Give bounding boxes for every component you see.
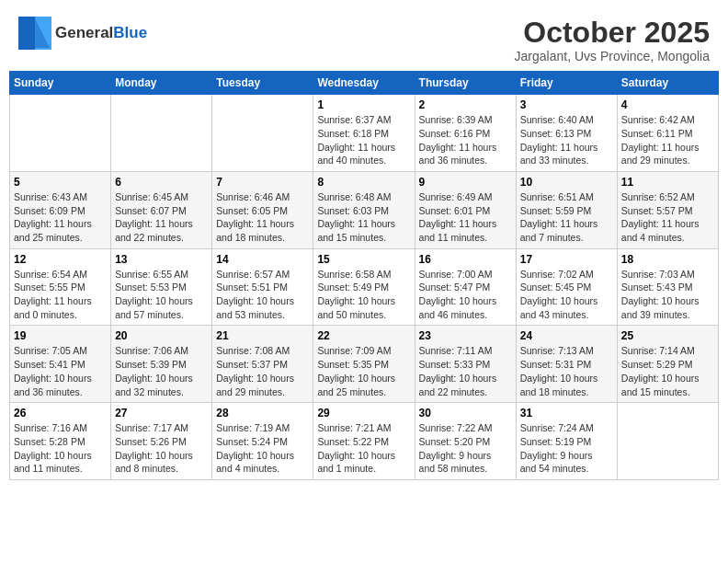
calendar-cell: 25Sunrise: 7:14 AM Sunset: 5:29 PM Dayli…: [617, 326, 718, 403]
day-info: Sunrise: 7:03 AM Sunset: 5:43 PM Dayligh…: [621, 268, 714, 322]
day-number: 23: [419, 329, 512, 342]
day-number: 17: [520, 253, 613, 266]
title-section: October 2025 Jargalant, Uvs Province, Mo…: [515, 17, 710, 63]
day-info: Sunrise: 6:42 AM Sunset: 6:11 PM Dayligh…: [621, 113, 714, 167]
day-info: Sunrise: 6:58 AM Sunset: 5:49 PM Dayligh…: [317, 268, 410, 322]
day-number: 9: [419, 176, 512, 189]
day-info: Sunrise: 7:16 AM Sunset: 5:28 PM Dayligh…: [14, 421, 107, 476]
day-info: Sunrise: 6:46 AM Sunset: 6:05 PM Dayligh…: [216, 190, 309, 245]
calendar-cell: 19Sunrise: 7:05 AM Sunset: 5:41 PM Dayli…: [10, 326, 111, 403]
day-info: Sunrise: 6:51 AM Sunset: 5:59 PM Dayligh…: [520, 190, 613, 245]
day-number: 4: [621, 98, 714, 111]
calendar-cell: 30Sunrise: 7:22 AM Sunset: 5:20 PM Dayli…: [415, 403, 516, 480]
location-title: Jargalant, Uvs Province, Mongolia: [515, 49, 710, 63]
day-info: Sunrise: 6:49 AM Sunset: 6:01 PM Dayligh…: [419, 190, 512, 245]
day-info: Sunrise: 7:11 AM Sunset: 5:33 PM Dayligh…: [419, 344, 512, 398]
day-info: Sunrise: 6:43 AM Sunset: 6:09 PM Dayligh…: [14, 190, 107, 245]
logo: GeneralBlue: [18, 17, 147, 50]
day-number: 15: [317, 253, 410, 266]
calendar-cell: [617, 403, 718, 480]
calendar-cell: [10, 95, 111, 172]
day-info: Sunrise: 7:06 AM Sunset: 5:39 PM Dayligh…: [115, 344, 208, 398]
header: GeneralBlue October 2025 Jargalant, Uvs …: [9, 9, 719, 67]
day-number: 31: [520, 407, 613, 419]
day-number: 14: [216, 253, 309, 266]
calendar-cell: 17Sunrise: 7:02 AM Sunset: 5:45 PM Dayli…: [516, 248, 617, 326]
day-number: 11: [621, 176, 714, 189]
calendar-cell: 13Sunrise: 6:55 AM Sunset: 5:53 PM Dayli…: [111, 248, 212, 326]
day-info: Sunrise: 7:05 AM Sunset: 5:41 PM Dayligh…: [14, 344, 107, 398]
calendar-cell: 9Sunrise: 6:49 AM Sunset: 6:01 PM Daylig…: [415, 171, 516, 248]
calendar-cell: 20Sunrise: 7:06 AM Sunset: 5:39 PM Dayli…: [111, 326, 212, 403]
day-number: 18: [621, 253, 714, 266]
calendar-cell: 2Sunrise: 6:39 AM Sunset: 6:16 PM Daylig…: [415, 95, 516, 172]
day-info: Sunrise: 7:19 AM Sunset: 5:24 PM Dayligh…: [216, 421, 309, 476]
calendar-cell: 28Sunrise: 7:19 AM Sunset: 5:24 PM Dayli…: [212, 403, 313, 480]
day-info: Sunrise: 7:14 AM Sunset: 5:29 PM Dayligh…: [621, 344, 714, 398]
day-number: 19: [14, 329, 107, 342]
day-header-monday: Monday: [111, 72, 212, 95]
day-header-sunday: Sunday: [10, 72, 111, 95]
day-number: 2: [419, 98, 512, 111]
calendar-cell: 24Sunrise: 7:13 AM Sunset: 5:31 PM Dayli…: [516, 326, 617, 403]
calendar-cell: 18Sunrise: 7:03 AM Sunset: 5:43 PM Dayli…: [617, 248, 718, 326]
day-number: 5: [14, 176, 107, 189]
day-info: Sunrise: 6:54 AM Sunset: 5:55 PM Dayligh…: [14, 268, 107, 322]
day-info: Sunrise: 6:40 AM Sunset: 6:13 PM Dayligh…: [520, 113, 613, 167]
day-info: Sunrise: 7:09 AM Sunset: 5:35 PM Dayligh…: [317, 344, 410, 398]
calendar-cell: [212, 95, 313, 172]
day-number: 16: [419, 253, 512, 266]
day-number: 8: [317, 176, 410, 189]
calendar-cell: 12Sunrise: 6:54 AM Sunset: 5:55 PM Dayli…: [10, 248, 111, 326]
day-number: 21: [216, 329, 309, 342]
calendar-cell: 5Sunrise: 6:43 AM Sunset: 6:09 PM Daylig…: [10, 171, 111, 248]
day-number: 28: [216, 407, 309, 419]
calendar-cell: 21Sunrise: 7:08 AM Sunset: 5:37 PM Dayli…: [212, 326, 313, 403]
day-info: Sunrise: 7:08 AM Sunset: 5:37 PM Dayligh…: [216, 344, 309, 398]
day-info: Sunrise: 6:52 AM Sunset: 5:57 PM Dayligh…: [621, 190, 714, 245]
day-number: 20: [115, 329, 208, 342]
calendar-cell: 6Sunrise: 6:45 AM Sunset: 6:07 PM Daylig…: [111, 171, 212, 248]
calendar-cell: 10Sunrise: 6:51 AM Sunset: 5:59 PM Dayli…: [516, 171, 617, 248]
day-info: Sunrise: 7:21 AM Sunset: 5:22 PM Dayligh…: [317, 421, 410, 476]
day-info: Sunrise: 7:17 AM Sunset: 5:26 PM Dayligh…: [115, 421, 208, 476]
day-number: 24: [520, 329, 613, 342]
day-info: Sunrise: 7:13 AM Sunset: 5:31 PM Dayligh…: [520, 344, 613, 398]
day-info: Sunrise: 6:39 AM Sunset: 6:16 PM Dayligh…: [419, 113, 512, 167]
day-number: 29: [317, 407, 410, 419]
calendar-table: SundayMondayTuesdayWednesdayThursdayFrid…: [9, 71, 719, 480]
calendar-cell: 23Sunrise: 7:11 AM Sunset: 5:33 PM Dayli…: [415, 326, 516, 403]
day-info: Sunrise: 7:02 AM Sunset: 5:45 PM Dayligh…: [520, 268, 613, 322]
calendar-cell: 14Sunrise: 6:57 AM Sunset: 5:51 PM Dayli…: [212, 248, 313, 326]
logo-icon: [18, 17, 51, 50]
logo-general: General: [55, 24, 113, 41]
day-header-saturday: Saturday: [617, 72, 718, 95]
day-number: 3: [520, 98, 613, 111]
day-header-thursday: Thursday: [415, 72, 516, 95]
calendar-cell: 29Sunrise: 7:21 AM Sunset: 5:22 PM Dayli…: [313, 403, 415, 480]
calendar-cell: 3Sunrise: 6:40 AM Sunset: 6:13 PM Daylig…: [516, 95, 617, 172]
calendar-cell: 4Sunrise: 6:42 AM Sunset: 6:11 PM Daylig…: [617, 95, 718, 172]
day-info: Sunrise: 6:57 AM Sunset: 5:51 PM Dayligh…: [216, 268, 309, 322]
calendar-cell: 31Sunrise: 7:24 AM Sunset: 5:19 PM Dayli…: [516, 403, 617, 480]
day-header-tuesday: Tuesday: [212, 72, 313, 95]
calendar-cell: 15Sunrise: 6:58 AM Sunset: 5:49 PM Dayli…: [313, 248, 415, 326]
day-number: 12: [14, 253, 107, 266]
day-info: Sunrise: 6:45 AM Sunset: 6:07 PM Dayligh…: [115, 190, 208, 245]
day-number: 6: [115, 176, 208, 189]
calendar-cell: 27Sunrise: 7:17 AM Sunset: 5:26 PM Dayli…: [111, 403, 212, 480]
calendar-cell: 26Sunrise: 7:16 AM Sunset: 5:28 PM Dayli…: [10, 403, 111, 480]
day-info: Sunrise: 6:37 AM Sunset: 6:18 PM Dayligh…: [317, 113, 410, 167]
day-info: Sunrise: 7:00 AM Sunset: 5:47 PM Dayligh…: [419, 268, 512, 322]
day-number: 13: [115, 253, 208, 266]
day-header-wednesday: Wednesday: [313, 72, 415, 95]
calendar-cell: 7Sunrise: 6:46 AM Sunset: 6:05 PM Daylig…: [212, 171, 313, 248]
day-info: Sunrise: 6:48 AM Sunset: 6:03 PM Dayligh…: [317, 190, 410, 245]
day-info: Sunrise: 7:24 AM Sunset: 5:19 PM Dayligh…: [520, 421, 613, 476]
day-info: Sunrise: 7:22 AM Sunset: 5:20 PM Dayligh…: [419, 421, 512, 476]
day-number: 25: [621, 329, 714, 342]
calendar-cell: 22Sunrise: 7:09 AM Sunset: 5:35 PM Dayli…: [313, 326, 415, 403]
calendar-cell: [111, 95, 212, 172]
day-header-friday: Friday: [516, 72, 617, 95]
day-number: 27: [115, 407, 208, 419]
